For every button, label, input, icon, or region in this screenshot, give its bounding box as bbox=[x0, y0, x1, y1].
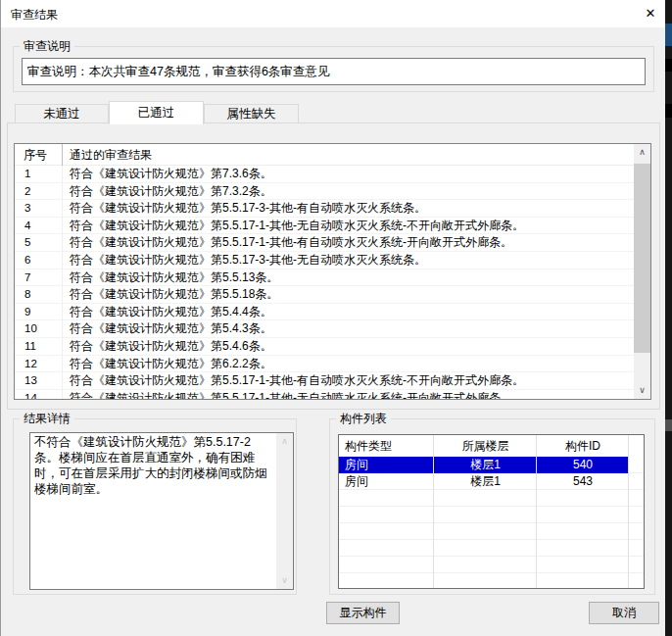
cell: 房间 bbox=[339, 473, 434, 490]
details-group-label: 结果详情 bbox=[20, 412, 74, 426]
empty-row bbox=[339, 507, 644, 523]
components-table: 构件类型 所属楼层 构件ID 房间楼层1540房间楼层1543 bbox=[338, 434, 645, 589]
row-result-text: 符合《建筑设计防火规范》第5.5.17-1-其他-有自动喷水灭火系统-不开向敞开… bbox=[63, 372, 634, 390]
tab-not-passed[interactable]: 未通过 bbox=[15, 104, 109, 123]
row-result-text: 符合《建筑设计防火规范》第5.4.6条。 bbox=[63, 338, 634, 356]
cell bbox=[537, 573, 629, 589]
show-component-button[interactable]: 显示构件 bbox=[326, 602, 400, 624]
row-result-text: 符合《建筑设计防火规范》第5.5.17-1-其他-有自动喷水灭火系统-开向敞开式… bbox=[63, 234, 634, 252]
row-index: 13 bbox=[15, 372, 63, 390]
table-row[interactable]: 12符合《建筑设计防火规范》第6.2.2条。 bbox=[15, 356, 634, 373]
table-row[interactable]: 13符合《建筑设计防火规范》第5.5.17-1-其他-有自动喷水灭火系统-不开向… bbox=[15, 372, 634, 390]
cell bbox=[434, 573, 537, 589]
cell bbox=[629, 490, 644, 507]
cell: 房间 bbox=[339, 457, 434, 473]
table-row[interactable]: 11符合《建筑设计防火规范》第5.4.6条。 bbox=[15, 338, 634, 356]
column-header-index: 序号 bbox=[15, 144, 63, 166]
row-result-text: 符合《建筑设计防火规范》第5.5.17-1-其他-无自动喷水灭火系统-不开向敞开… bbox=[63, 218, 634, 235]
empty-row bbox=[339, 540, 644, 557]
empty-row bbox=[339, 490, 644, 507]
scroll-down-icon[interactable]: ∨ bbox=[634, 382, 650, 399]
cell bbox=[339, 557, 434, 573]
details-scrollbar: ∧ ∨ bbox=[276, 433, 293, 589]
cell bbox=[537, 540, 629, 557]
table-row[interactable]: 4符合《建筑设计防火规范》第5.5.17-1-其他-无自动喷水灭火系统-不开向敞… bbox=[15, 218, 634, 235]
table-row[interactable]: 10符合《建筑设计防火规范》第5.4.3条。 bbox=[15, 320, 634, 338]
cell bbox=[339, 573, 434, 589]
row-index: 14 bbox=[15, 390, 63, 399]
row-index: 4 bbox=[15, 218, 63, 235]
table-row[interactable]: 1符合《建筑设计防火规范》第7.3.6条。 bbox=[15, 166, 634, 183]
table-row[interactable]: 7符合《建筑设计防火规范》第5.5.13条。 bbox=[15, 269, 634, 287]
cell bbox=[339, 523, 434, 540]
row-index: 3 bbox=[15, 200, 63, 218]
screen: 审查结果 ✕ 审查说明 审查说明：本次共审查47条规范，审查获得6条审查意见 未… bbox=[0, 0, 672, 636]
summary-group-label: 审查说明 bbox=[20, 39, 74, 54]
window-title: 审查结果 bbox=[11, 7, 58, 24]
row-index: 8 bbox=[15, 286, 63, 304]
component-row[interactable]: 房间楼层1543 bbox=[339, 473, 644, 490]
background-edge-mark bbox=[665, 104, 672, 118]
scroll-up-icon: ∧ bbox=[276, 433, 293, 450]
table-row[interactable]: 2符合《建筑设计防火规范》第7.3.2条。 bbox=[15, 183, 634, 201]
component-row[interactable]: 房间楼层1540 bbox=[339, 457, 644, 473]
cancel-button[interactable]: 取消 bbox=[589, 602, 659, 624]
details-text: 不符合《建筑设计防火规范》第5.5.17-2条。楼梯间应在首层直通室外，确有困难… bbox=[30, 433, 276, 589]
details-textbox[interactable]: 不符合《建筑设计防火规范》第5.5.17-2条。楼梯间应在首层直通室外，确有困难… bbox=[29, 432, 294, 590]
row-result-text: 符合《建筑设计防火规范》第7.3.2条。 bbox=[63, 183, 634, 201]
table-row[interactable]: 9符合《建筑设计防火规范》第5.4.4条。 bbox=[15, 304, 634, 321]
table-row[interactable]: 3符合《建筑设计防火规范》第5.5.17-3-其他-有自动喷水灭火系统条。 bbox=[15, 200, 634, 218]
results-table-header: 序号 通过的审查结果 bbox=[15, 144, 650, 166]
row-index: 1 bbox=[15, 166, 63, 183]
column-divider bbox=[628, 435, 629, 588]
cell bbox=[537, 557, 629, 573]
cell bbox=[434, 557, 537, 573]
components-groupbox: 构件列表 构件类型 所属楼层 构件ID 房间楼层1540房间楼层1543 bbox=[329, 418, 655, 595]
components-table-header: 构件类型 所属楼层 构件ID bbox=[339, 435, 644, 457]
row-index: 12 bbox=[15, 356, 63, 373]
table-row[interactable]: 6符合《建筑设计防火规范》第5.5.17-3-其他-无自动喷水灭火系统条。 bbox=[15, 252, 634, 269]
table-row[interactable]: 14符合《建筑设计防火规范》第5.5.17-1-其他-无自动喷水灭火系统-开向敞… bbox=[15, 390, 634, 399]
empty-row bbox=[339, 557, 644, 573]
cell bbox=[434, 490, 537, 507]
review-results-dialog: 审查结果 ✕ 审查说明 审查说明：本次共审查47条规范，审查获得6条审查意见 未… bbox=[0, 0, 665, 636]
cell bbox=[434, 523, 537, 540]
cell bbox=[339, 540, 434, 557]
background-edge-mark bbox=[665, 419, 672, 431]
close-icon[interactable]: ✕ bbox=[637, 0, 664, 27]
table-row[interactable]: 8符合《建筑设计防火规范》第5.5.18条。 bbox=[15, 286, 634, 304]
row-result-text: 符合《建筑设计防火规范》第5.5.18条。 bbox=[63, 286, 634, 304]
summary-groupbox: 审查说明 审查说明：本次共审查47条规范，审查获得6条审查意见 bbox=[13, 46, 654, 92]
column-header-id: 构件ID bbox=[537, 435, 629, 457]
cell: 楼层1 bbox=[434, 473, 537, 490]
row-result-text: 符合《建筑设计防火规范》第5.4.3条。 bbox=[63, 320, 634, 338]
cell bbox=[434, 540, 537, 557]
component-rows: 房间楼层1540房间楼层1543 bbox=[339, 457, 644, 589]
cell bbox=[339, 507, 434, 523]
cell bbox=[629, 557, 644, 573]
summary-field: 审查说明：本次共审查47条规范，审查获得6条审查意见 bbox=[22, 58, 646, 85]
cell: 540 bbox=[537, 457, 629, 473]
row-index: 7 bbox=[15, 269, 63, 287]
cell bbox=[629, 573, 644, 589]
row-index: 10 bbox=[15, 320, 63, 338]
tab-passed[interactable]: 已通过 bbox=[109, 101, 204, 124]
row-index: 2 bbox=[15, 183, 63, 201]
row-index: 11 bbox=[15, 338, 63, 356]
cell bbox=[629, 507, 644, 523]
column-header-type: 构件类型 bbox=[339, 435, 434, 457]
results-scrollbar[interactable]: ∧ ∨ bbox=[634, 144, 650, 399]
cell: 楼层1 bbox=[434, 457, 537, 473]
table-row[interactable]: 5符合《建筑设计防火规范》第5.5.17-1-其他-有自动喷水灭火系统-开向敞开… bbox=[15, 234, 634, 252]
results-rows: 1符合《建筑设计防火规范》第7.3.6条。2符合《建筑设计防火规范》第7.3.2… bbox=[15, 166, 634, 399]
row-index: 5 bbox=[15, 234, 63, 252]
scrollbar-thumb[interactable] bbox=[634, 164, 650, 353]
tab-attribute-missing[interactable]: 属性缺失 bbox=[204, 104, 299, 123]
scroll-up-icon[interactable]: ∧ bbox=[634, 144, 650, 161]
cell bbox=[434, 507, 537, 523]
cell: 543 bbox=[537, 473, 629, 490]
results-table: 序号 通过的审查结果 1符合《建筑设计防火规范》第7.3.6条。2符合《建筑设计… bbox=[14, 143, 651, 400]
cell bbox=[629, 540, 644, 557]
cell bbox=[537, 523, 629, 540]
column-header-result: 通过的审查结果 bbox=[63, 144, 650, 166]
